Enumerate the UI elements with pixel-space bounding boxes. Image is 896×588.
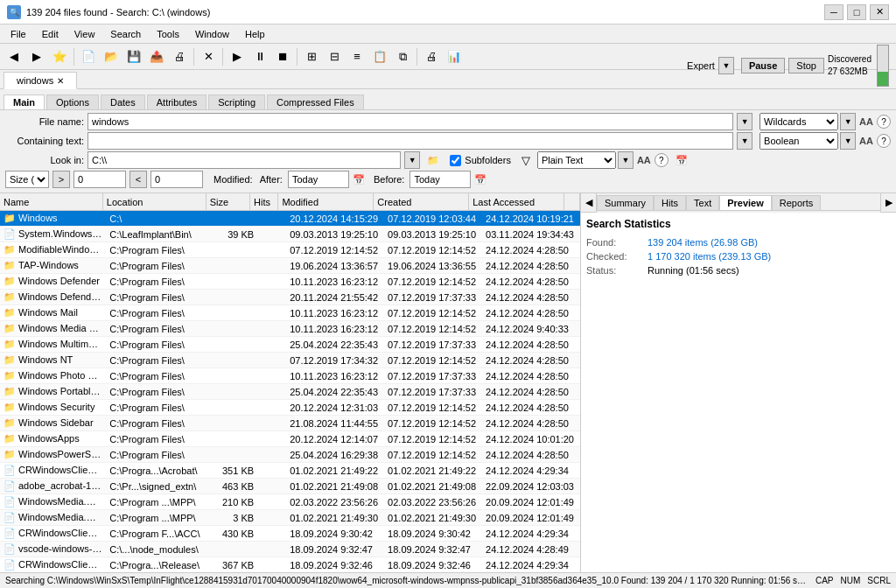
subfolders-checkbox[interactable] [450,155,461,166]
menu-search[interactable]: Search [103,27,148,41]
wildcards-select[interactable]: Wildcards [760,113,838,130]
table-row[interactable]: 📄CRWindowsClientSer... C:\Progra...\Acro… [0,463,580,479]
thumbs-button[interactable]: ⧉ [392,46,413,67]
print-button[interactable]: 🖨 [169,46,190,67]
grid-button[interactable]: ⊟ [324,46,345,67]
table-row[interactable]: 📁Windows Defender C:\Program Files\ 10.1… [0,274,580,290]
panel-tab-summary[interactable]: Summary [597,195,654,210]
close-button[interactable]: ✕ [870,4,889,20]
col-header-name[interactable]: Name [0,193,103,210]
pause-search-button[interactable]: Pause [741,58,785,74]
menu-view[interactable]: View [67,27,102,41]
panel-tab-text[interactable]: Text [686,195,719,210]
table-row[interactable]: 📄CRWindowsClientSer... C:\Program F...\A… [0,526,580,542]
minimize-button[interactable]: ─ [824,4,844,20]
calendar-icon-after[interactable]: 📅 [353,174,365,186]
table-row[interactable]: 📁Windows Media Playe... C:\Program Files… [0,321,580,337]
print2-button[interactable]: 🖨 [421,46,442,67]
table-row[interactable]: 📁Windows Security C:\Program Files\ 20.1… [0,400,580,416]
plain-text-dropdown[interactable]: ▼ [618,151,634,169]
delete-button[interactable]: ✕ [198,46,219,67]
col-header-created[interactable]: Created [374,193,469,210]
col-header-size[interactable]: Size [206,193,250,210]
col-header-accessed[interactable]: Last Accessed [469,193,564,210]
stop-search-button[interactable]: Stop [788,58,824,74]
look-in-input[interactable] [88,151,401,169]
size-max-input[interactable] [150,171,203,188]
new-button[interactable]: 📄 [78,46,99,67]
before-input[interactable] [410,171,471,188]
menu-window[interactable]: Window [188,27,236,41]
list-button[interactable]: ≡ [346,46,368,67]
table-row[interactable]: 📄adobe_acrobat-1.0-w... C:\Pr...\signed_… [0,479,580,494]
size-gt-button[interactable]: > [52,171,70,188]
table-row[interactable]: 📁Windows Sidebar C:\Program Files\ 21.08… [0,416,580,431]
table-row[interactable]: 📁Windows Multimedia... C:\Program Files\… [0,337,580,353]
save-button[interactable]: 💾 [123,46,144,67]
play-button[interactable]: ▶ [227,46,248,67]
panel-tab-hits[interactable]: Hits [654,195,686,210]
col-header-hits[interactable]: Hits [250,193,278,210]
boolean-select[interactable]: Boolean [760,132,838,150]
panel-tab-reports[interactable]: Reports [772,195,822,210]
size-min-input[interactable] [74,171,126,188]
main-tab-main[interactable]: Main [4,94,45,109]
help-button-3[interactable]: ? [654,153,668,167]
containing-input[interactable] [88,132,733,150]
table-row[interactable]: 📁TAP-Windows C:\Program Files\ 19.06.202… [0,258,580,274]
wildcards-dropdown[interactable]: ▼ [840,113,856,130]
table-row[interactable]: 📄WindowsMedia.RUS C:\Program ...\MPP\ 3 … [0,510,580,526]
panel-tab-preview[interactable]: Preview [719,195,772,210]
calendar-icon-before[interactable]: 📅 [474,174,486,186]
aa-button-2[interactable]: AA [858,136,875,146]
table-row[interactable]: 📁Windows C:\ 20.12.2024 14:15:29 07.12.2… [0,211,580,227]
aa-button-1[interactable]: AA [858,116,875,127]
size-lt-button[interactable]: < [130,171,147,188]
pause-button[interactable]: ⏸ [249,46,270,67]
plain-text-select[interactable]: Plain Text [537,151,616,169]
forward-button[interactable]: ▶ [26,46,47,67]
table-row[interactable]: 📄System.Windows.Inte... C:\LeafImplant\B… [0,227,580,242]
help-button-2[interactable]: ? [877,134,891,148]
back-button[interactable]: ◀ [4,46,24,67]
boolean-dropdown[interactable]: ▼ [840,132,856,150]
table-row[interactable]: 📄WindowsMedia.mpp C:\Program ...\MPP\ 21… [0,494,580,510]
table-row[interactable]: 📁WindowsApps C:\Program Files\ 20.12.202… [0,431,580,447]
main-tab-compressed[interactable]: Compressed Files [267,94,364,109]
main-tab-attributes[interactable]: Attributes [147,94,206,109]
after-input[interactable] [288,171,349,188]
menu-edit[interactable]: Edit [35,27,66,41]
table-row[interactable]: 📄vscode-windows-ca-... C:\...\node_modul… [0,542,580,557]
bookmark-button[interactable]: ⭐ [49,46,70,67]
export-button[interactable]: 📤 [146,46,167,67]
file-name-dropdown[interactable]: ▼ [737,113,752,130]
title-bar-controls[interactable]: ─ □ ✕ [824,4,889,20]
help-button-1[interactable]: ? [877,115,891,129]
main-tab-dates[interactable]: Dates [101,94,145,109]
col-header-modified[interactable]: Modified [278,193,374,210]
calendar-icon-right[interactable]: 📅 [676,155,688,166]
export2-button[interactable]: 📊 [444,46,465,67]
maximize-button[interactable]: □ [847,4,866,20]
table-row[interactable]: 📁Windows NT C:\Program Files\ 07.12.2019… [0,353,580,368]
details-button[interactable]: 📋 [369,46,390,67]
tab-windows[interactable]: windows ✕ [4,72,77,89]
file-name-input[interactable] [88,113,733,130]
panel-nav-right[interactable]: ▶ [880,193,896,213]
table-row[interactable]: 📁Windows Photo View... C:\Program Files\… [0,368,580,384]
col-header-location[interactable]: Location [103,193,206,210]
menu-help[interactable]: Help [238,27,272,41]
menu-file[interactable]: File [4,27,33,41]
table-row[interactable]: 📁ModifiableWindowsA... C:\Program Files\… [0,242,580,258]
stop-button[interactable]: ⏹ [272,46,293,67]
filter-icon[interactable]: ▽ [522,154,530,167]
file-rows[interactable]: 📁Windows C:\ 20.12.2024 14:15:29 07.12.2… [0,211,580,588]
containing-dropdown[interactable]: ▼ [737,132,752,150]
expert-dropdown[interactable]: ▼ [718,57,734,74]
table-row[interactable]: 📄CRWindowsClientSer... C:\Progra...\Rele… [0,557,580,573]
table-row[interactable]: 📁Windows Mail C:\Program Files\ 10.11.20… [0,305,580,321]
table-row[interactable]: 📁Windows Defender A... C:\Program Files\… [0,290,580,305]
panel-nav-left[interactable]: ◀ [581,193,597,213]
look-in-dropdown[interactable]: ▼ [404,151,420,169]
aa-button-3[interactable]: AA [635,155,653,165]
